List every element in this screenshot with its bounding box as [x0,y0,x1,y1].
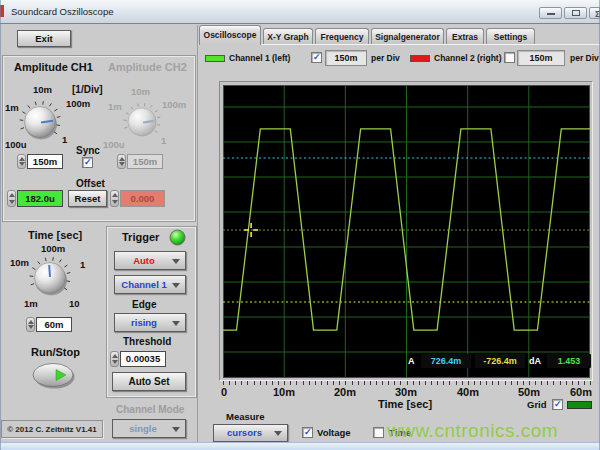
xaxis-tick-40m: 40m [454,386,482,398]
maximize-icon [572,10,580,16]
delta-a-label: dA [529,356,541,366]
ch1-offset-field[interactable]: 182.0u [17,190,63,207]
ch1-scale-1m: 1m [5,102,19,113]
ch1-color-swatch [205,55,225,62]
ch1-scale-10m: 10m [33,84,52,95]
xaxis-label: Time [sec] [360,398,450,410]
grid-checkbox[interactable] [552,399,563,410]
window-bottom-edge [0,442,600,450]
delta-readout: 1.453 [547,354,591,368]
time-checkbox[interactable] [373,427,384,438]
cursor-a-label: A [408,356,415,366]
amplitude-ch2-knob[interactable] [122,102,162,142]
scope-frame: A 726.4m -726.4m dA 1.453 [219,81,593,381]
xaxis-tick-20m: 20m [331,386,359,398]
time-title: Time [sec] [28,229,82,241]
channel-mode-label: Channel Mode [116,404,184,415]
xaxis-tick-60m: 60m [566,386,592,398]
minimize-button[interactable] [539,7,562,19]
close-button[interactable]: Σ [589,7,600,19]
tab-oscilloscope[interactable]: Oscilloscope [199,25,261,45]
trigger-mode-dropdown[interactable]: Auto [114,251,186,270]
app-icon [0,5,4,17]
cursor-lower-readout: -726.4m [475,354,525,368]
scope-display[interactable]: A 726.4m -726.4m dA 1.453 [223,85,590,378]
runstop-button[interactable] [31,362,77,390]
watermark: www.cntronics.com [387,420,558,442]
tab-settings[interactable]: Settings [486,28,535,45]
xaxis-tick-50m: 50m [515,386,543,398]
trigger-source-value: Channel 1 [121,276,166,293]
trigger-source-dropdown[interactable]: Channel 1 [114,275,186,294]
ch2-amplitude-spinner[interactable] [117,154,126,169]
time-knob[interactable] [28,256,72,300]
ch1-amplitude-spinner[interactable] [17,154,26,169]
ch2-scale-100m: 100m [162,99,186,110]
reset-button[interactable]: Reset [68,190,107,207]
ch2-color-swatch [410,55,430,62]
xaxis-tick-0: 0 [221,386,227,398]
measure-title: Measure [226,411,265,422]
runstop-label: Run/Stop [31,346,80,358]
ch2-div-field[interactable]: 150m [517,50,565,66]
xaxis-tick-30m: 30m [392,386,420,398]
offset-title: Offset [76,178,105,189]
ch1-div-field[interactable]: 150m [325,50,367,66]
grid-color-swatch [567,401,592,409]
per-div2-label: per Div [570,53,599,63]
maximize-button[interactable] [564,7,587,19]
ch2-enable-checkbox[interactable] [504,52,515,63]
runstop-ellipse [33,364,73,387]
ch1-legend-label: Channel 1 (left) [229,53,290,63]
ch1-offset-spinner[interactable] [7,190,16,207]
close-icon: Σ [595,9,600,19]
ch2-scale-1m: 1m [108,101,122,112]
tab-signalgenerator[interactable]: Signalgenerator [371,28,444,45]
grid-label: Grid [527,399,547,410]
threshold-field[interactable]: 0.00035 [120,351,166,367]
sync-label: Sync [76,145,100,156]
title-bar: Soundcard Oszilloscope Σ [0,0,600,24]
voltage-checkbox[interactable] [302,427,313,438]
per-div1-label: per Div [371,53,400,63]
ch2-amplitude-field[interactable]: 150m [127,154,163,169]
ch1-scale-1: 1 [62,134,67,145]
amplitude-ch1-title: Amplitude CH1 [14,61,93,73]
time-scale-10m: 10m [10,257,29,268]
ch2-legend-label: Channel 2 (right) [434,53,502,63]
trigger-led [169,229,186,246]
exit-button[interactable]: Exit [17,30,71,47]
edge-label: Edge [132,299,156,310]
panel-divider [197,25,198,442]
time-field[interactable]: 60m [36,317,72,332]
threshold-label: Threshold [123,336,171,347]
trigger-title: Trigger [122,231,159,243]
edge-value: rising [131,314,157,331]
ch2-offset-field[interactable]: 0.000 [120,190,165,207]
cursors-dropdown[interactable]: cursors [213,424,288,442]
xaxis-ticks [223,381,591,385]
tab-xy-graph[interactable]: X-Y Graph [263,28,313,45]
ch2-scale-10m: 10m [131,86,150,97]
tab-extras[interactable]: Extras [446,28,484,45]
edge-dropdown[interactable]: rising [114,313,186,332]
channel-mode-dropdown[interactable]: single [112,419,186,438]
time-scale-100m: 100m [41,243,65,254]
per-div-unit-label: [1/Div] [72,84,103,95]
channel-mode-value: single [129,420,156,437]
tab-frequency[interactable]: Frequency [315,28,369,45]
autoset-button[interactable]: Auto Set [112,372,186,391]
ch2-offset-spinner[interactable] [110,190,119,207]
ch1-scale-100m: 100m [66,98,90,109]
threshold-spinner[interactable] [110,351,119,367]
copyright-label: © 2012 C. Zeitnitz V1.41 [1,420,103,438]
ch1-enable-checkbox[interactable] [311,52,322,63]
time-scale-1: 1 [80,259,85,270]
window-title: Soundcard Oszilloscope [11,6,113,17]
sync-checkbox[interactable] [82,157,93,168]
minimize-icon [547,13,555,15]
ch1-amplitude-field[interactable]: 150m [27,154,63,169]
time-spinner[interactable] [26,317,35,332]
time-knob-needle [49,265,50,277]
amplitude-ch1-knob[interactable] [18,100,62,144]
